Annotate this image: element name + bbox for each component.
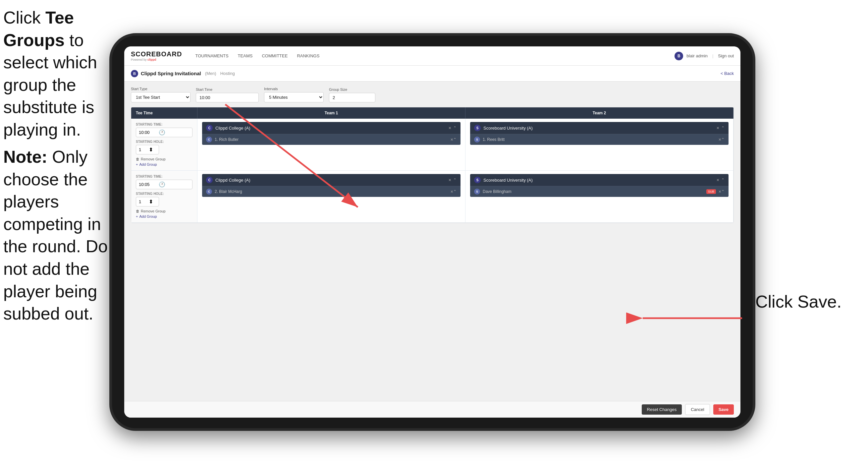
start-time-input[interactable] bbox=[196, 93, 259, 103]
th-team1: Team 1 bbox=[197, 107, 465, 119]
team-card-2-2[interactable]: S Scoreboard University (A) × ⌃ S bbox=[470, 174, 728, 197]
team-actions-1-2: × ⌃ bbox=[448, 178, 457, 182]
team-logo-1-2: C bbox=[206, 177, 213, 183]
note-text: Note: Only choose the players competing … bbox=[3, 146, 113, 325]
group-team1-2: C Clippd College (A) × ⌃ C 2. Blair McHa… bbox=[197, 171, 465, 223]
team-remove-1-2[interactable]: × bbox=[448, 178, 451, 182]
start-type-select[interactable]: 1st Tee Start bbox=[131, 92, 190, 103]
team-name-2-1: Scoreboard University (A) bbox=[483, 126, 714, 130]
time-input-2[interactable]: 🕐 bbox=[136, 180, 192, 189]
group-row-1: STARTING TIME: 🕐 STARTING HOLE: ⬍ 🗑 bbox=[131, 119, 734, 171]
group-size-input[interactable] bbox=[329, 93, 375, 103]
team-logo-2-1: S bbox=[474, 125, 481, 131]
note-label: Note: bbox=[3, 147, 52, 166]
player-remove-1-2-0[interactable]: × bbox=[451, 189, 453, 194]
reset-changes-button[interactable]: Reset Changes bbox=[642, 404, 682, 415]
player-name-1-1-0: 1. Rich Butler bbox=[215, 137, 451, 142]
sub-badge-2-2-0: SUB bbox=[706, 189, 716, 194]
cancel-button[interactable]: Cancel bbox=[685, 404, 710, 415]
team-name-1-1: Clippd College (A) bbox=[215, 126, 446, 130]
team-card-header-1-2: C Clippd College (A) × ⌃ bbox=[202, 174, 461, 186]
team-card-header-1-1: C Clippd College (A) × ⌃ bbox=[202, 122, 461, 134]
team-name-2-2: Scoreboard University (A) bbox=[483, 178, 714, 183]
team-card-header-2-2: S Scoreboard University (A) × ⌃ bbox=[470, 174, 728, 186]
player-chevron-2-1-0[interactable]: ⌃ bbox=[721, 137, 724, 142]
click-save-bold: Save. bbox=[798, 292, 841, 311]
team-actions-2-2: × ⌃ bbox=[717, 178, 724, 182]
add-group-btn-2[interactable]: + Add Group bbox=[136, 214, 192, 218]
bottom-bar: Reset Changes Cancel Save bbox=[124, 401, 740, 418]
group-size-label: Group Size bbox=[329, 88, 375, 91]
team-card-1-2[interactable]: C Clippd College (A) × ⌃ C 2. Blair McHa… bbox=[202, 174, 461, 197]
hole-input-field-2[interactable] bbox=[139, 199, 149, 204]
hole-input-2[interactable]: ⬍ bbox=[136, 197, 159, 206]
nav-teams[interactable]: TEAMS bbox=[238, 52, 253, 60]
player-logo-2-2-0: S bbox=[474, 188, 480, 195]
tablet-screen: SCOREBOARD Powered by clippd TOURNAMENTS… bbox=[124, 47, 740, 418]
starting-hole-label-2: STARTING HOLE: bbox=[136, 192, 192, 196]
group-team2-2: S Scoreboard University (A) × ⌃ S bbox=[465, 171, 734, 223]
intervals-group: Intervals 5 Minutes bbox=[264, 87, 324, 103]
remove-group-btn-2[interactable]: 🗑 Remove Group bbox=[136, 209, 192, 213]
user-avatar: B bbox=[675, 52, 683, 60]
intervals-select[interactable]: 5 Minutes bbox=[264, 92, 324, 103]
tablet-device: SCOREBOARD Powered by clippd TOURNAMENTS… bbox=[109, 33, 755, 431]
team-logo-1-1: C bbox=[206, 125, 213, 131]
time-input-field-1[interactable] bbox=[139, 130, 159, 135]
player-name-2-2-0: Dave Billingham bbox=[483, 189, 706, 194]
nav-rankings[interactable]: RANKINGS bbox=[297, 52, 319, 60]
nav-tournaments[interactable]: TOURNAMENTS bbox=[195, 52, 228, 60]
player-row-1-2-0: C 2. Blair McHarg × ⌃ bbox=[202, 186, 461, 197]
player-name-2-1-0: 1. Rees Britt bbox=[483, 137, 719, 142]
player-chevron-1-1-0[interactable]: ⌃ bbox=[453, 137, 457, 142]
table-header: Tee Time Team 1 Team 2 bbox=[131, 107, 734, 119]
save-button[interactable]: Save bbox=[713, 404, 734, 415]
player-remove-2-2-0[interactable]: × bbox=[719, 189, 721, 194]
group-team2-1: S Scoreboard University (A) × ⌃ S 1. Ree… bbox=[465, 119, 734, 170]
starting-time-label-2: STARTING TIME: bbox=[136, 175, 192, 178]
group-left-1: STARTING TIME: 🕐 STARTING HOLE: ⬍ 🗑 bbox=[131, 119, 197, 170]
team-chevron-1-1[interactable]: ⌃ bbox=[453, 126, 457, 130]
player-remove-1-1-0[interactable]: × bbox=[451, 137, 453, 142]
player-name-1-2-0: 2. Blair McHarg bbox=[215, 189, 451, 194]
hole-spinner-icon-1: ⬍ bbox=[149, 146, 153, 153]
hole-input-1[interactable]: ⬍ bbox=[136, 145, 159, 154]
th-team2: Team 2 bbox=[465, 107, 734, 119]
time-input-field-2[interactable] bbox=[139, 182, 159, 187]
user-name: blair admin bbox=[686, 53, 708, 58]
click-save-prefix: Click bbox=[755, 292, 798, 311]
instruction-text: Click Tee Groups to select which group t… bbox=[3, 7, 113, 141]
logo-scoreboard: SCOREBOARD bbox=[131, 50, 182, 58]
player-chevron-2-2-0[interactable]: ⌃ bbox=[721, 189, 724, 194]
nav-links: TOURNAMENTS TEAMS COMMITTEE RANKINGS bbox=[195, 52, 664, 60]
player-chevron-1-2-0[interactable]: ⌃ bbox=[453, 189, 457, 194]
team-chevron-2-1[interactable]: ⌃ bbox=[721, 126, 724, 130]
nav-right: B blair admin | Sign out bbox=[675, 52, 734, 60]
player-row-2-1-0: S 1. Rees Britt × ⌃ bbox=[470, 134, 728, 145]
team-remove-2-1[interactable]: × bbox=[717, 126, 719, 130]
team-remove-2-2[interactable]: × bbox=[717, 178, 719, 182]
remove-group-btn-1[interactable]: 🗑 Remove Group bbox=[136, 157, 192, 161]
player-remove-2-1-0[interactable]: × bbox=[719, 137, 721, 142]
sign-out-link[interactable]: Sign out bbox=[718, 52, 734, 60]
back-button[interactable]: < Back bbox=[720, 71, 734, 76]
player-logo-1-2-0: C bbox=[206, 188, 212, 195]
plus-icon-1: + bbox=[136, 163, 138, 166]
nav-committee[interactable]: COMMITTEE bbox=[262, 52, 287, 60]
team-card-2-1[interactable]: S Scoreboard University (A) × ⌃ S 1. Ree… bbox=[470, 122, 728, 145]
team-remove-1-1[interactable]: × bbox=[448, 126, 451, 130]
team-chevron-1-2[interactable]: ⌃ bbox=[453, 178, 457, 182]
team-card-1-1[interactable]: C Clippd College (A) × ⌃ C 1. Rich Butle… bbox=[202, 122, 461, 145]
start-time-label: Start Time bbox=[196, 88, 259, 91]
time-input-1[interactable]: 🕐 bbox=[136, 127, 192, 137]
add-group-btn-1[interactable]: + Add Group bbox=[136, 163, 192, 166]
navbar: SCOREBOARD Powered by clippd TOURNAMENTS… bbox=[124, 47, 740, 66]
intervals-label: Intervals bbox=[264, 87, 324, 91]
th-tee-time: Tee Time bbox=[131, 107, 197, 119]
hole-input-field-1[interactable] bbox=[139, 147, 149, 152]
instruction-prefix: Click bbox=[3, 8, 45, 27]
team-chevron-2-2[interactable]: ⌃ bbox=[721, 178, 724, 182]
tee-table: Tee Time Team 1 Team 2 STARTING TIME: 🕐 … bbox=[131, 107, 734, 223]
logo-clippd: clippd bbox=[148, 58, 156, 61]
group-size-group: Group Size bbox=[329, 88, 375, 103]
